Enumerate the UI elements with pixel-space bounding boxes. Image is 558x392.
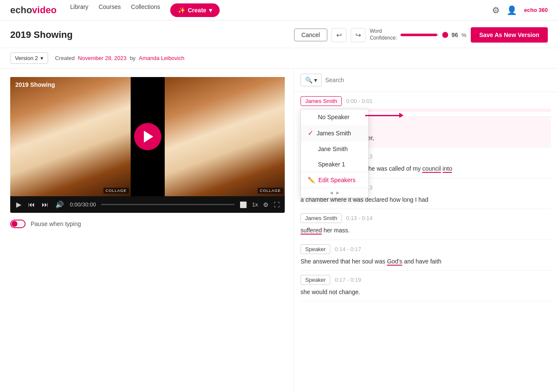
- check-icon: ✓: [308, 129, 313, 137]
- save-as-new-version-button[interactable]: Save As New Version: [471, 27, 548, 43]
- right-panel: 🔍 ▾ James Smith 0:00 - 0:01 No Speaker: [294, 69, 558, 392]
- speaker-badge-4[interactable]: James Smith: [300, 213, 342, 223]
- time-badge-4: 0:13 - 0:14: [346, 215, 372, 221]
- arrow-line: [365, 115, 399, 116]
- undo-button[interactable]: ↩: [332, 28, 346, 42]
- left-panel: COLLAGE COLLAGE: [0, 69, 294, 392]
- created-date[interactable]: November 28, 2023: [78, 55, 126, 61]
- fullscreen-icon[interactable]: ⛶: [274, 201, 280, 208]
- james-smith-option: James Smith: [317, 130, 351, 137]
- logo-video-text: video: [32, 5, 56, 16]
- rewind-button[interactable]: ⏮: [27, 200, 36, 209]
- play-pause-control[interactable]: ▶: [15, 200, 22, 209]
- create-label: Create: [188, 7, 206, 14]
- confidence-fill: [401, 34, 437, 36]
- segment-header-6: Speaker 0:17 - 0:19: [300, 275, 551, 285]
- dropdown-james-smith[interactable]: ✓ James Smith: [301, 125, 368, 141]
- nav-right: ⚙ 👤 echo 360: [492, 5, 548, 15]
- nav-collections[interactable]: Collections: [131, 3, 160, 17]
- segment-header-4: James Smith 0:13 - 0:14: [300, 213, 551, 223]
- creator-name[interactable]: Amanda Leibovich: [139, 55, 184, 61]
- portrait-bg-left: [10, 77, 131, 196]
- segment-text-6: she would not change.: [300, 287, 551, 297]
- search-type-dropdown[interactable]: 🔍 ▾: [300, 74, 322, 86]
- dropdown-edit-speakers[interactable]: ✏️ Edit Speakers: [301, 172, 368, 188]
- chevron-down-icon: ▾: [314, 77, 317, 83]
- dropdown-jane-smith[interactable]: Jane Smith: [301, 141, 368, 157]
- toggle-knob: [11, 221, 17, 227]
- time-display: 0:00/30:00: [70, 201, 96, 208]
- cancel-button[interactable]: Cancel: [294, 29, 327, 41]
- version-label: Version 2: [15, 55, 38, 61]
- transcript-area: James Smith 0:00 - 0:01 No Speaker ✓ Jam…: [294, 92, 558, 392]
- portrait-left: COLLAGE: [10, 77, 131, 196]
- video-placeholder: COLLAGE COLLAGE: [10, 77, 285, 196]
- speaker-badge-5[interactable]: Speaker: [300, 244, 330, 254]
- main-layout: COLLAGE COLLAGE: [0, 69, 558, 392]
- echo360-brand: echo 360: [524, 7, 548, 13]
- logo: echovideo: [10, 5, 57, 16]
- created-text: Created: [55, 55, 74, 61]
- arrow-head: [399, 113, 403, 118]
- segment-header-5: Speaker 0:14 - 0:17: [300, 244, 551, 254]
- sparkle-icon: ✨: [178, 7, 185, 14]
- transcript-segment-0: James Smith 0:00 - 0:01 No Speaker ✓ Jam…: [300, 92, 551, 117]
- segment-header-0: James Smith 0:00 - 0:01 No Speaker ✓ Jam…: [300, 96, 551, 106]
- confidence-unit: %: [461, 32, 466, 38]
- nav-library[interactable]: Library: [70, 3, 89, 17]
- navbar: echovideo Library Courses Collections ✨ …: [0, 0, 558, 20]
- collage-badge-right: COLLAGE: [258, 188, 283, 194]
- time-badge-6: 0:17 - 0:19: [335, 277, 361, 283]
- underline-gods: God's: [387, 258, 402, 266]
- create-button[interactable]: ✨ Create ▾: [170, 3, 220, 17]
- created-by: by: [130, 55, 136, 61]
- speaker-badge-0[interactable]: James Smith: [300, 96, 342, 106]
- speaker-badge-6[interactable]: Speaker: [300, 275, 330, 285]
- page-title: 2019 Showing: [10, 29, 294, 40]
- fast-forward-button[interactable]: ⏭: [41, 200, 49, 209]
- search-input[interactable]: [325, 77, 551, 83]
- nav-links: Library Courses Collections ✨ Create ▾: [70, 3, 492, 17]
- segment-text-5: She answered that her soul was God's and…: [300, 257, 551, 266]
- video-controls: ▶ ⏮ ⏭ 🔊 0:00/30:00 ⬜ 1x ⚙ ⛶: [10, 196, 285, 213]
- settings-icon[interactable]: ⚙: [492, 5, 500, 15]
- version-select[interactable]: Version 2 ▾: [10, 52, 48, 64]
- account-icon[interactable]: 👤: [506, 5, 517, 15]
- header-actions: Cancel ↩ ↪ Word Confidence: 96 % Save As…: [294, 27, 548, 43]
- pause-toggle: Pause when typing: [10, 213, 283, 235]
- collage-badge-left: COLLAGE: [103, 188, 129, 194]
- play-button[interactable]: [134, 123, 161, 150]
- speed-button[interactable]: 1x: [252, 201, 258, 208]
- time-badge-0: 0:00 - 0:01: [346, 98, 372, 104]
- dropdown-scroll: ◄ ►: [301, 188, 368, 197]
- settings-video-icon[interactable]: ⚙: [263, 201, 269, 208]
- thumbnail-left: COLLAGE: [10, 77, 131, 196]
- time-badge-5: 0:14 - 0:17: [335, 246, 361, 252]
- chevron-down-icon: ▾: [209, 7, 212, 14]
- display-icon[interactable]: ⬜: [240, 201, 247, 208]
- jane-smith-option: Jane Smith: [318, 146, 348, 152]
- sub-header: Version 2 ▾ Created November 28, 2023 by…: [0, 48, 558, 69]
- edit-speakers-option: Edit Speakers: [318, 177, 355, 183]
- dropdown-no-speaker[interactable]: No Speaker: [301, 109, 368, 125]
- page-header: 2019 Showing Cancel ↩ ↪ Word Confidence:…: [0, 20, 558, 48]
- progress-bar[interactable]: [101, 204, 235, 205]
- volume-button[interactable]: 🔊: [54, 200, 65, 209]
- nav-courses[interactable]: Courses: [99, 3, 121, 17]
- transcript-segment-4: James Smith 0:13 - 0:14 suffered her mas…: [300, 209, 551, 240]
- confidence-bar: [401, 34, 439, 36]
- speaker-dropdown: No Speaker ✓ James Smith Jane Smith: [300, 109, 369, 198]
- thumbnail-right: COLLAGE: [165, 77, 285, 196]
- confidence-dot: [442, 32, 448, 38]
- pause-typing-toggle[interactable]: [10, 220, 26, 228]
- search-bar: 🔍 ▾: [294, 69, 558, 92]
- underline-into: into: [443, 165, 452, 173]
- dropdown-speaker-1[interactable]: Speaker 1: [301, 157, 368, 172]
- chevron-down-icon: ▾: [40, 55, 43, 61]
- underline-suffered: suffered: [300, 227, 322, 235]
- word-confidence: Word Confidence: 96 %: [370, 28, 466, 41]
- search-icon: 🔍: [305, 77, 312, 83]
- redo-button[interactable]: ↪: [351, 28, 366, 42]
- word-confidence-label: Word Confidence:: [370, 28, 397, 41]
- underline-council: council: [422, 165, 441, 173]
